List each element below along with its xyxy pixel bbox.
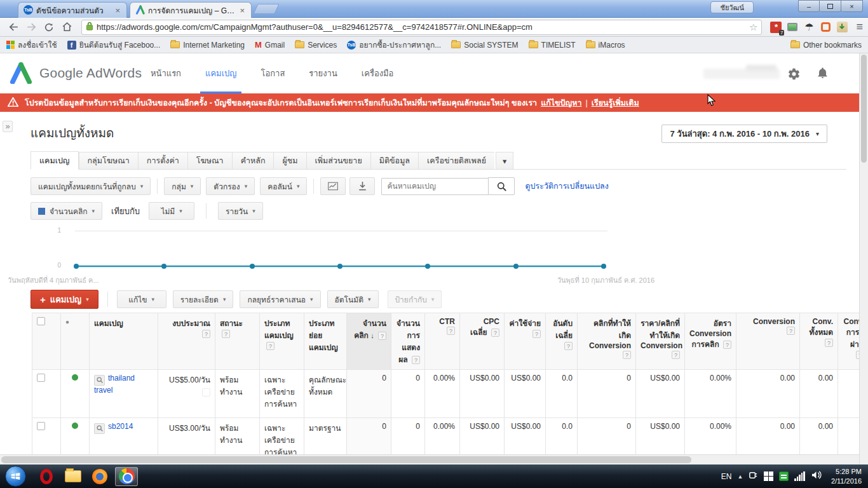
bid-strategy-button[interactable]: กลยุทธ์ราคาเสนอ ▾ (240, 290, 320, 308)
home-icon[interactable] (58, 20, 75, 35)
labels-button[interactable]: ป้ายกำกับ ▾ (388, 290, 442, 308)
new-tab-button[interactable] (253, 4, 279, 14)
bookmark-star-icon[interactable]: ☆ (749, 22, 757, 33)
column-campaign[interactable]: แคมเปญ (90, 313, 158, 370)
bookmark-folder[interactable]: TIMELIST (529, 41, 576, 50)
column-impressions[interactable]: จำนวนการแสดงผล ? (391, 313, 425, 370)
other-bookmarks-button[interactable]: Other bookmarks (790, 41, 862, 50)
help-icon[interactable]: ? (447, 327, 455, 335)
bookmark-item[interactable]: ลงชื่อเข้าใช้ (6, 39, 57, 51)
network-signal-icon[interactable] (794, 471, 805, 481)
toggle-chart-button[interactable] (320, 177, 346, 195)
maximize-button[interactable] (820, 0, 841, 12)
bookmark-item[interactable]: TsBอยากซื้อ-ประกาศหาลูก... (347, 39, 441, 51)
tab-ad-groups[interactable]: กลุ่มโฆษณา (79, 152, 138, 170)
bookmark-folder[interactable]: Social SYSTEM (451, 41, 518, 50)
select-all-checkbox[interactable] (32, 313, 61, 370)
fix-problem-link[interactable]: แก้ไขปัญหา (541, 97, 581, 109)
sidebar-expand-icon[interactable]: » (3, 121, 13, 132)
details-button[interactable]: รายละเอียด ▾ (173, 290, 234, 308)
new-campaign-button[interactable]: + แคมเปญ ▾ (31, 290, 98, 309)
bell-icon[interactable] (817, 66, 829, 83)
nav-tools[interactable]: เครื่องมือ (360, 53, 395, 94)
help-icon[interactable]: ? (723, 341, 731, 349)
scrollbar-thumb[interactable] (1, 456, 691, 463)
bookmark-folder[interactable]: Internet Marketing (170, 41, 245, 50)
help-icon[interactable]: ? (623, 351, 631, 359)
taskbar-opera-icon[interactable] (35, 467, 58, 486)
gear-icon[interactable] (787, 67, 801, 83)
help-icon[interactable]: ? (202, 330, 210, 338)
change-history-link[interactable]: ดูประวัติการเปลี่ยนแปลง (525, 180, 608, 193)
column-ctr[interactable]: CTR ? (425, 313, 460, 370)
column-conversions[interactable]: Conversion ? (736, 313, 800, 370)
close-window-button[interactable]: × (841, 0, 863, 12)
vertical-scrollbar[interactable] (859, 53, 868, 464)
line-messenger-icon[interactable] (779, 471, 789, 481)
column-conversion-rate[interactable]: อัตรา Conversion การคลิก ? (685, 313, 736, 370)
horizontal-scrollbar[interactable] (0, 454, 859, 464)
minimize-button[interactable]: – (798, 0, 820, 12)
date-range-selector[interactable]: 7 วันล่าสุด: 4 ก.พ. 2016 - 10 ก.พ. 2016 … (661, 125, 827, 143)
column-subtype[interactable]: ประเภทย่อยแคมเปญ (304, 313, 347, 370)
tab-settings[interactable]: การตั้งค่า (138, 152, 187, 170)
download-extension-icon[interactable] (836, 21, 848, 34)
taskbar-firefox-icon[interactable] (88, 467, 111, 486)
imacros-extension-icon[interactable]: * 7 (770, 21, 782, 34)
more-tabs-button[interactable]: ▾ (496, 152, 513, 170)
help-icon[interactable]: ? (532, 330, 541, 338)
nav-reports[interactable]: รายงาน (308, 53, 338, 94)
column-avg-position[interactable]: อันดับเฉลี่ย ? (546, 313, 578, 370)
drilldown-search-icon[interactable] (94, 423, 105, 434)
language-indicator[interactable]: EN (721, 472, 732, 481)
help-icon[interactable]: ? (564, 342, 573, 350)
orange-o-extension-icon[interactable] (819, 21, 832, 34)
umbrella-extension-icon[interactable]: ☂ (803, 21, 815, 34)
taskbar-explorer-icon[interactable] (62, 467, 85, 486)
forward-icon[interactable] (23, 20, 39, 35)
nav-home[interactable]: หน้าแรก (149, 53, 182, 94)
status-dot-column-header[interactable]: ● (61, 313, 90, 370)
taskbar-clock[interactable]: 5:28 PM 2/11/2016 (831, 467, 862, 486)
column-type[interactable]: ประเภทแคมเปญ ? (260, 313, 304, 370)
taskbar-chrome-icon-active[interactable] (115, 467, 138, 486)
column-clicks-sorted[interactable]: จำนวนคลิก ↓ ? (347, 313, 391, 370)
bookmark-item[interactable]: fยินดีต้อนรับสู่ Faceboo... (67, 39, 161, 51)
automate-button[interactable]: อัตโนมัติ ▾ (327, 290, 379, 308)
row-checkbox[interactable] (32, 370, 61, 418)
scrollbar-thumb[interactable] (861, 55, 867, 163)
compare-metric-button[interactable]: ไม่มี ▾ (149, 202, 194, 220)
column-total-conversions[interactable]: Conv. ทั้งหมด ? (800, 313, 838, 370)
tab-keywords[interactable]: คำหลัก (232, 152, 274, 170)
close-tab-icon[interactable]: × (114, 6, 121, 15)
remote-desktop-extension-icon[interactable] (786, 21, 799, 34)
status-enabled-dot[interactable] (61, 370, 90, 418)
browser-tab-2-active[interactable]: การจัดการแคมเปญ – Google × (130, 2, 252, 18)
tab-display-network[interactable]: เครือข่ายดิสเพลย์ (418, 152, 494, 170)
edit-button[interactable]: แก้ไข ▾ (117, 290, 166, 308)
reload-icon[interactable] (41, 20, 57, 35)
download-report-button[interactable] (349, 177, 375, 195)
browser-profile-button[interactable]: ชัยวัฒน์ (710, 1, 754, 13)
tab-ad-extensions[interactable]: เพิ่มส่วนขยาย (306, 152, 370, 170)
search-input[interactable] (381, 178, 488, 195)
help-icon[interactable]: ? (491, 329, 499, 337)
column-budget[interactable]: งบประมาณ ? (158, 313, 215, 370)
column-converted-clicks[interactable]: คลิกที่ทำให้เกิด Conversion ? (578, 313, 636, 370)
tab-dimensions[interactable]: มิติข้อมูล (370, 152, 418, 170)
segment-button[interactable]: กลุ่ม ▾ (164, 177, 201, 195)
chrome-menu-icon[interactable]: ≡ (856, 20, 863, 34)
help-icon[interactable]: ? (825, 339, 833, 347)
help-icon[interactable]: ? (378, 332, 386, 340)
time-segment-button[interactable]: รายวัน ▾ (218, 202, 263, 220)
back-icon[interactable] (5, 20, 22, 35)
campaign-link[interactable]: sb2014 (108, 422, 133, 431)
learn-more-link[interactable]: เรียนรู้เพิ่มเติม (592, 97, 639, 109)
bookmark-folder[interactable]: Services (295, 41, 337, 50)
help-icon[interactable]: ? (222, 330, 230, 338)
start-button[interactable] (5, 466, 26, 487)
power-plug-icon[interactable] (749, 470, 758, 482)
close-tab-icon[interactable]: × (238, 6, 246, 15)
campaign-state-filter-button[interactable]: แคมเปญทั้งหมดยกเว้นที่ถูกลบ ▾ (31, 177, 151, 195)
tray-expand-icon[interactable]: ▲ (737, 473, 743, 480)
